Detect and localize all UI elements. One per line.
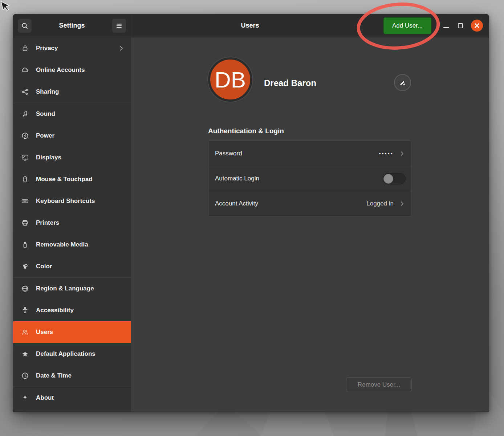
search-button[interactable] xyxy=(18,19,32,33)
search-icon xyxy=(20,21,29,30)
sidebar-item-label: Default Applications xyxy=(36,350,95,358)
sidebar: Privacy Online Accounts Sharing xyxy=(13,37,131,412)
sidebar-item-online-accounts[interactable]: Online Accounts xyxy=(13,59,131,81)
sidebar-item-accessibility[interactable]: Accessibility xyxy=(13,300,131,321)
titlebar[interactable]: Users Add User... xyxy=(131,14,489,37)
settings-title: Settings xyxy=(59,22,85,29)
edit-name-button[interactable] xyxy=(394,74,411,91)
maximize-button[interactable] xyxy=(457,20,464,31)
pencil-icon xyxy=(398,78,407,87)
usb-drive-icon xyxy=(20,240,30,249)
sidebar-item-label: Keyboard Shortcuts xyxy=(36,197,95,205)
mouse-cursor-icon xyxy=(0,0,12,13)
sidebar-item-label: Removable Media xyxy=(36,241,88,248)
sidebar-item-sound[interactable]: Sound xyxy=(13,103,131,125)
user-full-name: Dread Baron xyxy=(264,78,316,88)
password-label: Password xyxy=(215,150,242,157)
avatar: DB xyxy=(208,57,252,102)
chevron-right-icon xyxy=(398,200,406,207)
sidebar-item-default-applications[interactable]: Default Applications xyxy=(13,343,131,365)
sidebar-item-label: Accessibility xyxy=(36,307,74,314)
automatic-login-label: Automatic Login xyxy=(215,175,259,182)
sidebar-item-label: Power xyxy=(36,132,54,139)
header-actions: Add User... xyxy=(383,17,489,34)
sidebar-item-label: Region & Language xyxy=(36,285,94,292)
chevron-right-icon xyxy=(118,45,125,52)
cloud-icon xyxy=(20,66,30,74)
close-icon xyxy=(471,20,483,32)
color-icon xyxy=(20,262,30,271)
sidebar-item-label: Color xyxy=(36,263,52,270)
close-button[interactable] xyxy=(471,20,483,32)
sidebar-item-removable-media[interactable]: Removable Media xyxy=(13,234,131,256)
sidebar-item-label: Sound xyxy=(36,110,55,118)
sidebar-item-printers[interactable]: Printers xyxy=(13,212,131,234)
globe-icon xyxy=(20,284,30,293)
account-activity-value: Logged in xyxy=(366,200,394,207)
add-user-button[interactable]: Add User... xyxy=(383,17,431,34)
account-activity-label: Account Activity xyxy=(215,200,258,207)
keyboard-icon xyxy=(20,197,30,205)
minimize-button[interactable] xyxy=(442,20,450,31)
clock-icon xyxy=(20,371,30,380)
sidebar-item-region-language[interactable]: Region & Language xyxy=(13,278,131,300)
primary-menu-button[interactable] xyxy=(112,19,126,33)
sidebar-item-label: About xyxy=(36,394,54,402)
display-icon xyxy=(20,153,30,162)
music-note-icon xyxy=(20,110,30,118)
sidebar-item-date-time[interactable]: Date & Time xyxy=(13,365,131,387)
users-icon xyxy=(20,328,30,337)
avatar-initials: DB xyxy=(215,67,246,93)
sidebar-item-displays[interactable]: Displays xyxy=(13,147,131,168)
maximize-icon xyxy=(458,23,463,28)
sidebar-item-about[interactable]: About xyxy=(13,387,131,409)
star-icon xyxy=(20,350,30,358)
sidebar-item-color[interactable]: Color xyxy=(13,256,131,277)
sidebar-item-label: Printers xyxy=(36,219,59,227)
sidebar-item-sharing[interactable]: Sharing xyxy=(13,81,131,103)
sidebar-header: Settings xyxy=(13,14,131,37)
password-row[interactable]: Password ••••• xyxy=(208,141,411,166)
page-title: Users xyxy=(131,22,369,29)
sidebar-item-label: Users xyxy=(36,329,53,336)
password-dots: ••••• xyxy=(379,151,394,156)
settings-window: Settings Users Add User... xyxy=(13,14,489,412)
mouse-icon xyxy=(20,175,30,184)
account-activity-row[interactable]: Account Activity Logged in xyxy=(208,191,411,216)
sidebar-item-label: Online Accounts xyxy=(36,66,85,74)
power-icon xyxy=(20,131,30,140)
sidebar-item-privacy[interactable]: Privacy xyxy=(13,37,131,59)
printer-icon xyxy=(20,219,30,227)
sidebar-item-keyboard-shortcuts[interactable]: Keyboard Shortcuts xyxy=(13,190,131,212)
users-panel: DB Dread Baron Authentication & Login Pa… xyxy=(131,37,489,412)
remove-user-button[interactable]: Remove User... xyxy=(346,377,412,392)
accessibility-icon xyxy=(20,306,30,315)
sidebar-item-label: Sharing xyxy=(36,88,59,95)
chevron-right-icon xyxy=(398,150,406,157)
toggle-knob xyxy=(383,174,393,184)
lock-icon xyxy=(20,44,30,53)
automatic-login-row: Automatic Login xyxy=(208,166,411,191)
sidebar-item-power[interactable]: Power xyxy=(13,125,131,147)
sidebar-item-mouse-touchpad[interactable]: Mouse & Touchpad xyxy=(13,168,131,190)
sidebar-item-label: Privacy xyxy=(36,45,58,52)
section-title: Authentication & Login xyxy=(208,127,284,135)
hamburger-menu-icon xyxy=(115,21,123,30)
sidebar-item-label: Mouse & Touchpad xyxy=(36,176,93,183)
share-icon xyxy=(20,87,30,96)
sidebar-item-users[interactable]: Users xyxy=(13,321,131,343)
sidebar-item-label: Displays xyxy=(36,154,61,161)
minimize-icon xyxy=(443,27,449,28)
sparkle-icon xyxy=(20,394,30,402)
auth-login-card: Password ••••• Automatic Login Account xyxy=(208,140,412,216)
automatic-login-toggle[interactable] xyxy=(383,173,406,184)
sidebar-item-label: Date & Time xyxy=(36,372,72,379)
